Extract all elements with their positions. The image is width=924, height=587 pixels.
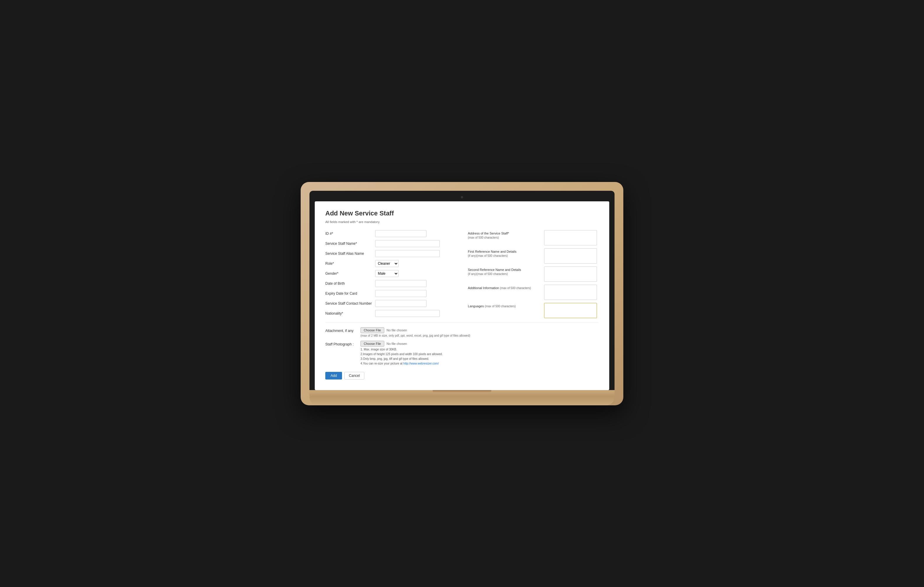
- photo-hint-4: 4.You can re-size your picture at http:/…: [361, 361, 599, 366]
- alias-name-input[interactable]: [375, 250, 440, 257]
- alias-name-label: Service Staff Alias Name: [325, 251, 375, 256]
- expiry-row: Expiry Date for Card: [325, 290, 456, 297]
- photo-label: Staff Photograph :: [325, 341, 361, 346]
- attachment-section: Attachment, if any Choose File No file c…: [325, 327, 599, 337]
- attachment-choose-file-button[interactable]: Choose File: [361, 327, 384, 333]
- add-button[interactable]: Add: [325, 372, 342, 379]
- photo-file-row: Choose File No file chosen: [361, 341, 599, 347]
- dob-input[interactable]: [375, 280, 427, 287]
- photo-hint-2: 2.Images of height 125 pixels and width …: [361, 352, 599, 357]
- photo-content: Choose File No file chosen 1. Max. image…: [361, 341, 599, 366]
- photo-hint-1: 1. Max. image size of 30KB.: [361, 347, 599, 352]
- staff-name-input[interactable]: [375, 240, 440, 247]
- laptop-base: [309, 390, 615, 397]
- attachment-label: Attachment, if any: [325, 327, 361, 333]
- form-container: Add New Service Staff All fields marked …: [315, 201, 609, 390]
- languages-label: Languages (max of 500 characters): [468, 303, 544, 308]
- contact-input[interactable]: [375, 300, 427, 307]
- form-body: ID #* Service Staff Name* Service Staff …: [325, 230, 599, 321]
- additional-info-row: Additional Information (max of 500 chara…: [468, 285, 599, 300]
- additional-info-label: Additional Information (max of 500 chara…: [468, 285, 544, 290]
- role-row: Role* Cleaner Guard Driver Cook: [325, 260, 456, 267]
- laptop-bottom: [309, 397, 615, 405]
- second-ref-label: Second Reference Name and Details (if an…: [468, 266, 544, 276]
- id-input[interactable]: [375, 230, 427, 237]
- expiry-label: Expiry Date for Card: [325, 291, 375, 296]
- role-select[interactable]: Cleaner Guard Driver Cook: [375, 260, 399, 267]
- second-ref-textarea[interactable]: [544, 266, 597, 282]
- address-row: Address of the Service Staff* (max of 50…: [468, 230, 599, 245]
- photo-hint-3: 3.Only bmp, png, jpg, tiff and gif type …: [361, 357, 599, 361]
- role-label: Role*: [325, 261, 375, 266]
- gender-label: Gender*: [325, 271, 375, 276]
- first-ref-textarea[interactable]: [544, 248, 597, 264]
- form-right: Address of the Service Staff* (max of 50…: [468, 230, 599, 321]
- contact-label: Service Staff Contact Number: [325, 301, 375, 306]
- photo-choose-file-button[interactable]: Choose File: [361, 341, 384, 347]
- attachment-content: Choose File No file chosen (max of 2 MB …: [361, 327, 599, 337]
- form-subtitle: All fields marked with * are mandatory.: [325, 220, 599, 224]
- id-label: ID #*: [325, 231, 375, 236]
- address-textarea[interactable]: [544, 230, 597, 245]
- attachment-no-file-text: No file chosen: [387, 328, 407, 332]
- additional-info-textarea[interactable]: [544, 285, 597, 300]
- attachment-file-row: Choose File No file chosen: [361, 327, 599, 333]
- id-row: ID #*: [325, 230, 456, 237]
- alias-name-row: Service Staff Alias Name: [325, 250, 456, 257]
- photo-no-file-text: No file chosen: [387, 342, 407, 346]
- laptop-camera: [461, 196, 463, 198]
- nationality-row: Nationality*: [325, 310, 456, 317]
- dob-row: Date of Birth: [325, 280, 456, 287]
- languages-textarea[interactable]: [544, 303, 597, 318]
- staff-name-label: Service Staff Name*: [325, 241, 375, 246]
- cancel-button[interactable]: Cancel: [344, 372, 364, 379]
- laptop-screen: Add New Service Staff All fields marked …: [315, 201, 609, 390]
- second-ref-row: Second Reference Name and Details (if an…: [468, 266, 599, 282]
- address-label: Address of the Service Staff* (max of 50…: [468, 230, 544, 240]
- bottom-buttons: Add Cancel: [325, 372, 599, 379]
- languages-row: Languages (max of 500 characters): [468, 303, 599, 318]
- staff-name-row: Service Staff Name*: [325, 240, 456, 247]
- photo-section: Staff Photograph : Choose File No file c…: [325, 341, 599, 366]
- nationality-label: Nationality*: [325, 311, 375, 316]
- page-title: Add New Service Staff: [325, 210, 599, 217]
- photo-hints: 1. Max. image size of 30KB. 2.Images of …: [361, 347, 599, 366]
- first-ref-label: First Reference Name and Details (if any…: [468, 248, 544, 258]
- gender-row: Gender* Male Female: [325, 270, 456, 277]
- expiry-input[interactable]: [375, 290, 427, 297]
- nationality-input[interactable]: [375, 310, 440, 317]
- contact-row: Service Staff Contact Number: [325, 300, 456, 307]
- form-left: ID #* Service Staff Name* Service Staff …: [325, 230, 456, 321]
- first-ref-row: First Reference Name and Details (if any…: [468, 248, 599, 264]
- photo-resize-link[interactable]: http://www.webresizer.com/: [403, 362, 439, 365]
- dob-label: Date of Birth: [325, 281, 375, 286]
- attachment-hint: (max of 2 MB in size, only pdf, ppt, wor…: [361, 334, 599, 337]
- gender-select[interactable]: Male Female: [375, 270, 399, 277]
